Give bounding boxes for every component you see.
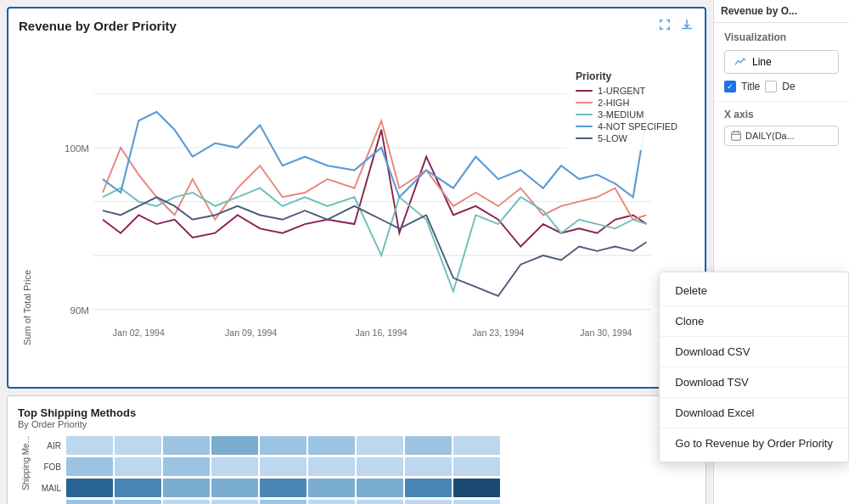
heatmap-cell [115,500,161,504]
legend-color-high [576,102,593,104]
de-checkbox-label: De [782,81,795,92]
heatmap-cell [115,479,161,497]
legend-color-medium [576,114,593,115]
heatmap-cell [163,479,210,497]
shipping-chart-card: Top Shipping Methods By Order Priority S… [7,395,706,504]
heatmap-cell [115,457,161,476]
heatmap-table: AIR [34,436,695,504]
x-axis-section: X axis DAILY(Da... [714,101,849,153]
shipping-title: Top Shipping Methods [18,406,695,419]
row-label-air: AIR [34,441,65,451]
viz-button-label: Line [752,56,772,68]
title-checkbox-label: Title [741,81,760,92]
heatmap-cell [405,479,452,497]
legend-label-low: 5-LOW [598,133,627,143]
calendar-icon [730,130,742,142]
expand-icon[interactable] [657,17,672,32]
heatmap-cell [357,436,403,455]
x-axis-title: X axis [724,109,839,120]
heatmap-cell [163,436,210,455]
svg-text:Jan 02, 1994: Jan 02, 1994 [113,328,165,338]
heatmap-cell [260,457,306,476]
heatmap-cell [115,436,161,455]
visualization-title: Visualization [724,31,839,43]
svg-text:90M: 90M [70,305,89,316]
line-chart-icon [734,55,747,69]
table-row: AIR [34,436,695,455]
heatmap-cells-rail [66,500,500,504]
title-checkbox-row: Title De [724,81,839,92]
legend-item-not-specified: 4-NOT SPECIFIED [576,121,678,132]
table-row: RAIL [34,500,695,504]
table-row: FOB [34,457,695,476]
legend-color-not-specified [576,126,593,127]
heatmap-cell [405,436,452,455]
svg-text:Jan 30, 1994: Jan 30, 1994 [580,328,632,338]
heatmap-cell [308,500,355,504]
de-checkbox[interactable] [765,81,777,92]
svg-rect-13 [732,132,741,140]
heatmap-cells-mail [66,479,500,497]
menu-item-download-excel[interactable]: Download Excel [660,398,848,428]
y-axis-label: Sum of Total Price [19,40,32,345]
svg-text:Date: Date [362,343,383,345]
legend-label-high: 2-HIGH [598,98,629,108]
row-label-fob: FOB [34,462,65,472]
legend-color-low [576,137,593,139]
heatmap-cell [66,479,113,497]
heatmap-cell [260,500,306,504]
heatmap-area: Shipping Me... AIR [18,436,695,504]
heatmap-cell [211,436,258,455]
download-icon[interactable] [679,17,694,32]
heatmap-cell [66,500,113,504]
heatmap-cell [357,457,403,476]
heatmap-cell [66,457,113,476]
menu-item-delete[interactable]: Delete [660,276,848,306]
heatmap-cells-fob [66,457,500,476]
heatmap-cell [66,436,113,455]
heatmap-cell [260,479,306,497]
heatmap-cell [211,457,258,476]
heatmap-cell [308,457,355,476]
heatmap-cell [405,500,452,504]
legend-label-not-specified: 4-NOT SPECIFIED [598,121,678,132]
heatmap-cell [211,500,258,504]
legend-label-medium: 3-MEDIUM [598,109,644,120]
legend-item-medium: 3-MEDIUM [576,109,678,120]
visualization-section: Visualization Line Title De [714,23,849,101]
table-row: MAIL [34,479,695,497]
chart-area: Sum of Total Price 100M 90M Jan 02, 19 [19,40,694,345]
svg-text:Jan 16, 1994: Jan 16, 1994 [356,328,408,338]
heatmap-cell [453,457,500,476]
legend-item-urgent: 1-URGENT [576,86,678,96]
menu-item-clone[interactable]: Clone [660,306,848,337]
chart-actions[interactable] [657,17,694,32]
heatmap-cell [211,479,258,497]
right-top-label: Revenue by O... [721,5,797,17]
heatmap-cell [260,436,306,455]
heatmap-cells-air [66,436,500,455]
row-label-mail: MAIL [34,484,65,493]
heatmap-cell [453,436,500,455]
viz-type-button[interactable]: Line [724,50,839,74]
right-top-bar: Revenue by O... [714,0,849,23]
heatmap-cell [308,479,355,497]
legend-item-low: 5-LOW [576,133,678,143]
legend-label-urgent: 1-URGENT [598,86,645,96]
legend-color-urgent [576,90,593,92]
legend-item-high: 2-HIGH [576,98,678,108]
menu-item-download-csv[interactable]: Download CSV [660,337,848,367]
context-menu: Delete Clone Download CSV Download TSV D… [659,272,849,462]
heatmap-cell [405,457,452,476]
heatmap-cell [308,436,355,455]
heatmap-cell [453,479,500,497]
title-checkbox[interactable] [724,81,736,92]
svg-text:Jan 23, 1994: Jan 23, 1994 [472,328,524,338]
menu-item-goto-revenue[interactable]: Go to Revenue by Order Priority [660,428,848,458]
heatmap-cell [163,500,210,504]
svg-text:Jan 09, 1994: Jan 09, 1994 [225,328,277,338]
svg-text:100M: 100M [65,143,89,154]
menu-item-download-tsv[interactable]: Download TSV [660,367,848,398]
chart-legend: Priority 1-URGENT 2-HIGH 3-MEDIUM [567,65,686,150]
x-axis-button[interactable]: DAILY(Da... [724,126,839,146]
